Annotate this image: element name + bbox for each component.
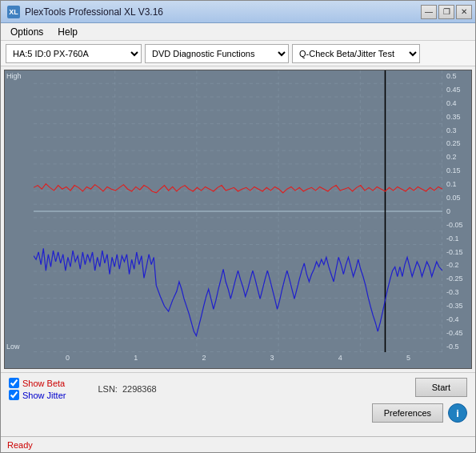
close-button[interactable]: ✕ [456,5,472,19]
lsn-row: LSN: 2298368 [98,384,156,394]
show-beta-checkbox[interactable] [9,378,19,388]
test-select[interactable]: Q-Check Beta/Jitter Test [292,44,420,63]
function-select[interactable]: DVD Diagnostic Functions [145,44,289,63]
main-window: XL PlexTools Professional XL V3.16 — ❐ ✕… [0,0,476,453]
lsn-value: 2298368 [122,384,157,394]
x-label-3: 3 [238,354,306,362]
app-icon: XL [7,6,20,18]
title-bar-left: XL PlexTools Professional XL V3.16 [7,6,163,18]
checkboxes: Show Beta Show Jitter [9,378,66,400]
controls-panel: Show Beta Show Jitter LSN: 2298368 Start… [1,372,475,436]
minimize-button[interactable]: — [421,5,437,19]
show-jitter-checkbox[interactable] [9,390,19,400]
window-title: PlexTools Professional XL V3.16 [25,6,163,18]
status-text: Ready [7,440,33,450]
show-jitter-label: Show Jitter [22,391,66,400]
status-strip: Ready [1,436,475,452]
menubar: Options Help [1,23,475,41]
lsn-label: LSN: [98,384,117,394]
chart-area: High Low 0.5 0.45 0.4 0.35 0.3 0.25 0.2 … [4,70,472,369]
options-menu[interactable]: Options [4,25,50,39]
show-jitter-row: Show Jitter [9,390,66,400]
y-axis-right: 0.5 0.45 0.4 0.35 0.3 0.25 0.2 0.15 0.1 … [442,70,471,352]
chart-background: High Low 0.5 0.45 0.4 0.35 0.3 0.25 0.2 … [5,70,471,368]
bottom-controls-row: Preferences i [9,403,467,423]
title-bar: XL PlexTools Professional XL V3.16 — ❐ ✕ [1,1,475,23]
chart-svg [34,70,442,352]
x-label-1: 1 [102,354,170,362]
chart-plot [34,70,442,352]
x-axis: 0 1 2 3 4 5 [34,352,442,368]
preferences-button[interactable]: Preferences [372,403,443,423]
high-label: High [6,72,22,80]
show-beta-row: Show Beta [9,378,66,388]
x-label-0: 0 [34,354,102,362]
x-label-2: 2 [170,354,238,362]
low-label: Low [6,343,20,351]
drive-select[interactable]: HA:5 ID:0 PX-760A [6,44,142,63]
x-label-5: 5 [374,354,442,362]
help-menu[interactable]: Help [51,25,84,39]
x-label-4: 4 [306,354,374,362]
top-controls-row: Show Beta Show Jitter LSN: 2298368 Start [9,378,467,400]
info-button[interactable]: i [448,403,467,423]
restore-button[interactable]: ❐ [438,5,454,19]
show-beta-label: Show Beta [22,379,65,388]
start-button[interactable]: Start [415,378,467,397]
window-controls: — ❐ ✕ [421,5,472,19]
toolbar: HA:5 ID:0 PX-760A DVD Diagnostic Functio… [1,41,475,66]
